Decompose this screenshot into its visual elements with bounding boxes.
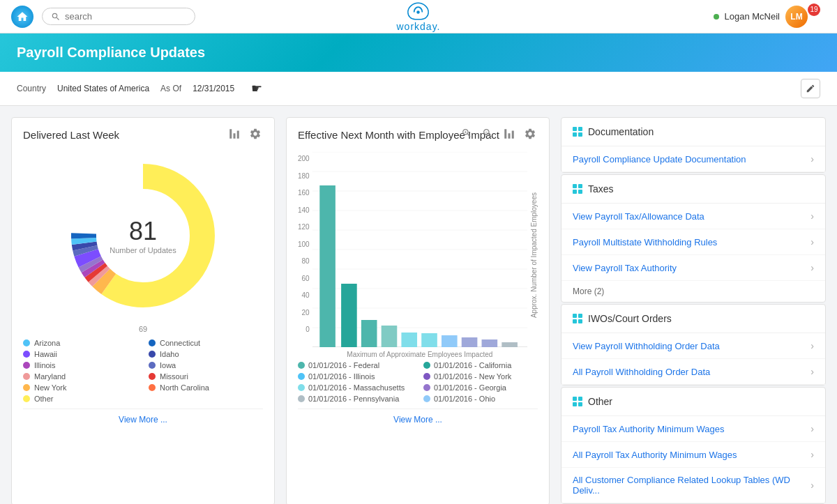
page-title: Payroll Compliance Updates [17,45,820,61]
iwos-grid-icon [573,314,582,323]
documentation-header: Documentation [561,118,825,146]
delivered-legend: Arizona Connecticut Hawaii Idaho Illinoi… [23,339,263,403]
bar-legend-illinois: 01/01/2016 - Illinois [298,372,412,381]
legend-dot-illinois [23,362,30,369]
zoom-in-icon[interactable] [461,128,476,143]
taxes-title: Taxes [588,183,614,194]
payroll-multistate-withholding-link[interactable]: Payroll Multistate Withholding Rules › [561,229,825,255]
bar-legend-federal: 01/01/2016 - Federal [298,361,412,369]
home-button[interactable] [11,6,33,28]
country-label: Country [17,84,46,93]
search-input[interactable] [65,11,176,22]
view-payroll-tax-allowance-link[interactable]: View Payroll Tax/Allowance Data › [561,204,825,229]
legend-dot-missouri [149,373,156,380]
legend-dot-newyork [23,384,30,391]
svg-rect-31 [461,337,477,347]
view-payroll-withholding-order-link[interactable]: View Payroll Withholding Order Data › [561,333,825,359]
legend-item-northcarolina: North Carolina [149,383,263,392]
legend-item-other: Other [23,395,137,403]
donut-bottom-label: 69 [23,325,263,333]
bar-legend-california: 01/01/2016 - California [423,361,538,369]
svg-rect-26 [361,320,377,347]
filter-bar: Country United States of America As Of 1… [0,72,837,106]
user-area: Logan McNeil LM 19 [714,6,827,28]
other-title: Other [588,396,612,407]
other-header: Other [561,388,825,416]
svg-rect-28 [401,333,417,347]
other-section: Other Payroll Tax Authority Minimum Wage… [561,387,826,504]
donut-center: 81 Number of Updates [110,217,176,254]
chevron-right-icon-4: › [810,262,814,273]
cursor-icon[interactable]: ☛ [251,81,262,96]
all-payroll-tax-authority-min-wages-link[interactable]: All Payroll Tax Authority Minimum Wages … [561,442,825,468]
payroll-tax-authority-min-wages-link[interactable]: Payroll Tax Authority Minimum Wages › [561,416,825,442]
all-payroll-withholding-order-link[interactable]: All Payroll Withholding Order Data › [561,359,825,385]
legend-item-iowa: Iowa [149,361,263,369]
taxes-grid-icon [573,184,582,194]
all-customer-compliance-lookup-link[interactable]: All Customer Compliance Related Lookup T… [561,468,825,503]
legend-item-hawaii: Hawaii [23,350,137,358]
chart-icon[interactable] [503,128,518,143]
asof-value: 12/31/2015 [193,84,234,93]
svg-rect-32 [481,339,497,347]
chevron-right-icon-2: › [810,211,814,222]
documentation-title: Documentation [588,126,654,137]
payroll-compliance-update-doc-link[interactable]: Payroll Compliance Update Documentation … [561,146,825,172]
bar-legend-newyork: 01/01/2016 - New York [423,372,538,381]
donut-subtitle: Number of Updates [110,246,176,254]
x-axis-label: Maximum of Approximate Employees Impacte… [312,351,527,358]
chevron-right-icon-7: › [810,423,814,434]
taxes-section: Taxes View Payroll Tax/Allowance Data › … [561,174,826,303]
svg-rect-25 [341,284,357,347]
legend-dot-maryland [23,373,30,380]
legend-item-newyork: New York [23,383,137,392]
legend-item-connecticut: Connecticut [149,339,263,347]
y-axis: 200 180 160 140 120 100 80 60 40 20 0 [298,152,312,347]
donut-chart: 81 Number of Updates [23,152,263,319]
delivered-view-more[interactable]: View More ... [23,408,263,430]
legend-item-missouri: Missouri [149,372,263,381]
effective-settings-icon[interactable] [524,128,539,143]
view-payroll-tax-authority-link[interactable]: View Payroll Tax Authority › [561,255,825,281]
legend-dot-idaho [149,351,156,358]
legend-dot-arizona [23,339,30,346]
search-icon [51,12,61,22]
notification-badge[interactable]: 19 [808,3,820,16]
search-bar[interactable] [42,8,195,25]
svg-rect-30 [442,335,458,347]
bar-chart-area: Maximum of Approximate Employees Impacte… [312,152,527,358]
main-content: Delivered Last Week [0,106,837,504]
documentation-section: Documentation Payroll Compliance Update … [561,117,826,173]
effective-view-more[interactable]: View More ... [298,408,538,430]
iwos-header: IWOs/Court Orders [561,305,825,333]
page-header: Payroll Compliance Updates [0,33,837,72]
chevron-right-icon-8: › [810,449,814,460]
zoom-out-icon[interactable] [482,128,497,143]
chevron-right-icon: › [810,153,814,165]
taxes-more[interactable]: More (2) [561,281,825,302]
legend-item-illinois: Illinois [23,361,137,369]
svg-rect-29 [421,333,437,347]
edit-filter-button[interactable] [801,79,820,98]
delivered-card-title: Delivered Last Week [23,129,263,141]
bar-legend-pennsylvania: 01/01/2016 - Pennsylvania [298,395,412,403]
taxes-header: Taxes [561,175,825,204]
workday-logo-icon [403,1,434,21]
delivered-last-week-card: Delivered Last Week [11,117,275,504]
settings-icon[interactable] [249,128,264,143]
iwos-title: IWOs/Court Orders [588,313,672,324]
user-name: Logan McNeil [725,11,781,22]
top-navigation: workday. Logan McNeil LM 19 [0,0,837,33]
legend-dot-connecticut [149,339,156,346]
chart-type-icon[interactable] [228,128,243,143]
country-value: United States of America [57,84,149,93]
svg-rect-27 [381,326,397,347]
legend-item-maryland: Maryland [23,372,137,381]
iwos-section: IWOs/Court Orders View Payroll Withholdi… [561,304,826,385]
user-avatar[interactable]: LM [785,6,808,28]
legend-dot-iowa [149,362,156,369]
workday-logo: workday. [397,1,441,32]
chevron-right-icon-6: › [810,366,814,377]
user-status-dot [714,14,719,20]
workday-logo-text: workday. [397,21,441,32]
